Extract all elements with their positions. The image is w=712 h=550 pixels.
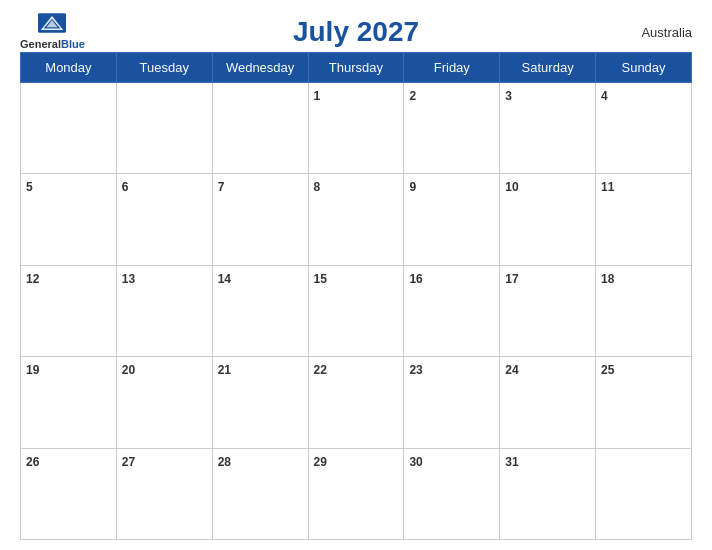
calendar-day-cell: 22: [308, 357, 404, 448]
day-number: 1: [314, 89, 321, 103]
calendar-day-cell: 21: [212, 357, 308, 448]
calendar-day-cell: 3: [500, 83, 596, 174]
calendar-day-cell: 23: [404, 357, 500, 448]
logo: GeneralBlue: [20, 13, 85, 52]
calendar-day-cell: [596, 448, 692, 539]
calendar-day-cell: 26: [21, 448, 117, 539]
day-number: 18: [601, 272, 614, 286]
calendar-body: 1234567891011121314151617181920212223242…: [21, 83, 692, 540]
calendar-day-cell: [116, 83, 212, 174]
calendar-day-cell: [212, 83, 308, 174]
day-number: 31: [505, 455, 518, 469]
logo-general-text: General: [20, 38, 61, 50]
month-title: July 2027: [293, 16, 419, 48]
day-number: 16: [409, 272, 422, 286]
calendar-day-cell: 25: [596, 357, 692, 448]
calendar-day-cell: [21, 83, 117, 174]
calendar-day-cell: 11: [596, 174, 692, 265]
day-number: 25: [601, 363, 614, 377]
weekday-row: MondayTuesdayWednesdayThursdayFridaySatu…: [21, 53, 692, 83]
calendar-day-cell: 1: [308, 83, 404, 174]
calendar-day-cell: 27: [116, 448, 212, 539]
calendar-day-cell: 7: [212, 174, 308, 265]
calendar-header-row: MondayTuesdayWednesdayThursdayFridaySatu…: [21, 53, 692, 83]
weekday-header: Saturday: [500, 53, 596, 83]
day-number: 21: [218, 363, 231, 377]
day-number: 20: [122, 363, 135, 377]
calendar-day-cell: 29: [308, 448, 404, 539]
logo-blue-text: Blue: [61, 38, 85, 50]
day-number: 5: [26, 180, 33, 194]
day-number: 19: [26, 363, 39, 377]
day-number: 12: [26, 272, 39, 286]
calendar-day-cell: 31: [500, 448, 596, 539]
calendar-week-row: 262728293031: [21, 448, 692, 539]
day-number: 15: [314, 272, 327, 286]
calendar-day-cell: 30: [404, 448, 500, 539]
calendar-day-cell: 14: [212, 265, 308, 356]
calendar-day-cell: 10: [500, 174, 596, 265]
calendar-day-cell: 9: [404, 174, 500, 265]
day-number: 22: [314, 363, 327, 377]
calendar-day-cell: 20: [116, 357, 212, 448]
day-number: 6: [122, 180, 129, 194]
day-number: 9: [409, 180, 416, 194]
calendar-header: GeneralBlue July 2027 Australia: [20, 16, 692, 48]
calendar-day-cell: 28: [212, 448, 308, 539]
day-number: 17: [505, 272, 518, 286]
day-number: 13: [122, 272, 135, 286]
calendar-table: MondayTuesdayWednesdayThursdayFridaySatu…: [20, 52, 692, 540]
calendar-day-cell: 5: [21, 174, 117, 265]
calendar-day-cell: 8: [308, 174, 404, 265]
calendar-day-cell: 18: [596, 265, 692, 356]
weekday-header: Sunday: [596, 53, 692, 83]
calendar-week-row: 19202122232425: [21, 357, 692, 448]
weekday-header: Monday: [21, 53, 117, 83]
calendar-day-cell: 6: [116, 174, 212, 265]
day-number: 28: [218, 455, 231, 469]
calendar-day-cell: 2: [404, 83, 500, 174]
day-number: 23: [409, 363, 422, 377]
day-number: 4: [601, 89, 608, 103]
logo-icon: [38, 13, 66, 33]
calendar-week-row: 567891011: [21, 174, 692, 265]
weekday-header: Wednesday: [212, 53, 308, 83]
day-number: 14: [218, 272, 231, 286]
calendar-day-cell: 13: [116, 265, 212, 356]
country-label: Australia: [641, 25, 692, 40]
day-number: 2: [409, 89, 416, 103]
day-number: 24: [505, 363, 518, 377]
day-number: 26: [26, 455, 39, 469]
calendar-day-cell: 15: [308, 265, 404, 356]
weekday-header: Tuesday: [116, 53, 212, 83]
day-number: 7: [218, 180, 225, 194]
day-number: 29: [314, 455, 327, 469]
day-number: 8: [314, 180, 321, 194]
calendar-day-cell: 16: [404, 265, 500, 356]
day-number: 27: [122, 455, 135, 469]
calendar-day-cell: 19: [21, 357, 117, 448]
calendar-day-cell: 12: [21, 265, 117, 356]
calendar-day-cell: 24: [500, 357, 596, 448]
day-number: 3: [505, 89, 512, 103]
calendar-day-cell: 17: [500, 265, 596, 356]
calendar-week-row: 12131415161718: [21, 265, 692, 356]
day-number: 30: [409, 455, 422, 469]
day-number: 11: [601, 180, 614, 194]
calendar-day-cell: 4: [596, 83, 692, 174]
weekday-header: Thursday: [308, 53, 404, 83]
calendar-week-row: 1234: [21, 83, 692, 174]
weekday-header: Friday: [404, 53, 500, 83]
day-number: 10: [505, 180, 518, 194]
